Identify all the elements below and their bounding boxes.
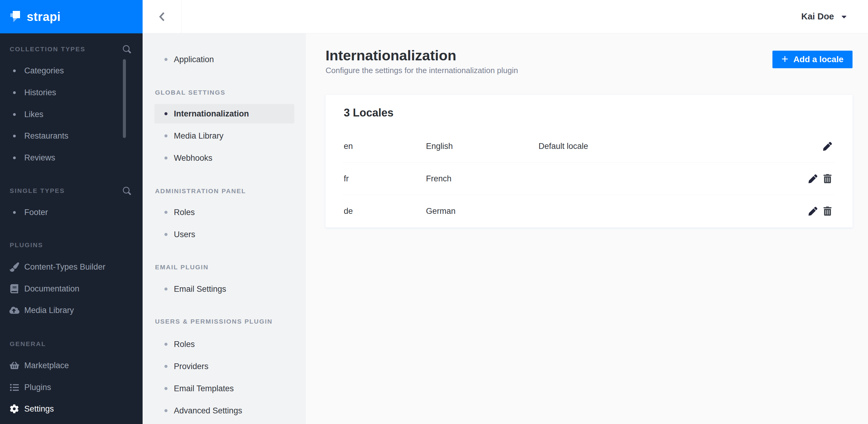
locale-name: English (426, 142, 538, 151)
locale-code: de (344, 206, 426, 216)
locales-card: 3 Locales en English Default locale fr F… (326, 95, 852, 227)
settings-item-admin-users[interactable]: Users (154, 225, 294, 244)
strapi-admin-app: strapi COLLECTION TYPES Categories Histo… (0, 0, 868, 424)
bullet-icon (9, 69, 20, 72)
settings-item-admin-roles[interactable]: Roles (154, 203, 294, 222)
strapi-logo-icon (9, 9, 23, 24)
plus-icon: + (781, 53, 788, 65)
locales-table: en English Default locale fr French (326, 130, 852, 227)
basket-icon (9, 361, 20, 370)
bullet-icon (9, 211, 20, 214)
sidebar-item-settings[interactable]: Settings (0, 398, 143, 420)
pencil-icon (809, 207, 817, 216)
sidebar-item-marketplace[interactable]: Marketplace (0, 355, 143, 377)
back-button[interactable] (143, 0, 182, 33)
main-content: Internationalization Configure the setti… (306, 33, 868, 424)
bullet-icon (164, 387, 167, 390)
list-icon (9, 383, 20, 392)
settings-header-users-permissions-plugin: USERS & PERMISSIONS PLUGIN (155, 317, 273, 326)
bullet-icon (164, 211, 167, 214)
bullet-icon (9, 113, 20, 116)
page-subtitle: Configure the settings for the internati… (326, 66, 518, 75)
sidebar-item-media-library[interactable]: Media Library (0, 299, 143, 321)
section-header-collection-types: COLLECTION TYPES (10, 44, 131, 54)
main-sidebar: strapi COLLECTION TYPES Categories Histo… (0, 0, 143, 424)
sidebar-item-categories[interactable]: Categories (0, 60, 143, 81)
delete-locale-button[interactable] (822, 173, 833, 184)
locale-row-de[interactable]: de German (326, 195, 852, 227)
sidebar-item-content-types-builder[interactable]: Content-Types Builder (0, 256, 143, 278)
settings-item-up-roles[interactable]: Roles (154, 334, 294, 354)
brand-name: strapi (27, 10, 61, 24)
settings-item-application[interactable]: Application (154, 50, 294, 69)
section-header-plugins: PLUGINS (10, 240, 131, 250)
add-locale-button[interactable]: + Add a locale (772, 51, 852, 68)
locale-row-fr[interactable]: fr French (326, 163, 852, 195)
sidebar-item-documentation[interactable]: Documentation (0, 278, 143, 300)
user-menu[interactable]: Kai Doe (801, 0, 847, 33)
sidebar-item-likes[interactable]: Likes (0, 103, 143, 125)
settings-item-email-templates[interactable]: Email Templates (154, 379, 294, 398)
bullet-icon (164, 409, 167, 412)
bullet-icon (164, 233, 167, 236)
topbar: Kai Doe (143, 0, 868, 33)
sidebar-item-restaurants[interactable]: Restaurants (0, 125, 143, 147)
page-title: Internationalization (326, 47, 518, 64)
settings-item-email-settings[interactable]: Email Settings (154, 279, 294, 299)
settings-header-email-plugin: EMAIL PLUGIN (155, 263, 209, 272)
locale-row-en[interactable]: en English Default locale (326, 130, 852, 162)
chevron-left-icon (158, 12, 166, 22)
locale-name: German (426, 206, 538, 216)
bullet-icon (164, 112, 167, 115)
locale-code: fr (344, 174, 426, 184)
sidebar-item-plugins[interactable]: Plugins (0, 377, 143, 398)
settings-sidebar: Application GLOBAL SETTINGS Internationa… (143, 33, 306, 424)
settings-header-global-settings: GLOBAL SETTINGS (155, 88, 225, 97)
caret-down-icon (841, 13, 847, 21)
edit-locale-button[interactable] (822, 141, 833, 151)
edit-locale-button[interactable] (808, 173, 818, 184)
section-header-single-types: SINGLE TYPES (10, 186, 131, 195)
bullet-icon (9, 157, 20, 159)
bullet-icon (164, 288, 167, 291)
bullet-icon (164, 157, 167, 160)
delete-locale-button[interactable] (822, 206, 833, 216)
sidebar-item-footer[interactable]: Footer (0, 201, 143, 223)
section-header-general: GENERAL (10, 339, 131, 349)
bullet-icon (164, 58, 167, 61)
bullet-icon (9, 91, 20, 94)
settings-item-webhooks[interactable]: Webhooks (154, 148, 294, 168)
sidebar-scrollbar-thumb[interactable] (123, 59, 126, 138)
user-name: Kai Doe (801, 11, 834, 22)
locales-card-title: 3 Locales (344, 106, 394, 119)
paintbrush-icon (9, 262, 20, 272)
bullet-icon (164, 134, 167, 137)
settings-item-internationalization[interactable]: Internationalization (154, 104, 294, 124)
book-icon (9, 284, 20, 293)
page-header: Internationalization Configure the setti… (326, 47, 518, 75)
bullet-icon (164, 365, 167, 368)
settings-item-advanced-settings[interactable]: Advanced Settings (154, 401, 294, 420)
settings-item-providers[interactable]: Providers (154, 357, 294, 376)
settings-header-administration-panel: ADMINISTRATION PANEL (155, 187, 246, 196)
pencil-icon (823, 142, 832, 151)
sidebar-item-histories[interactable]: Histories (0, 81, 143, 103)
locale-name: French (426, 174, 538, 184)
locale-code: en (344, 142, 426, 151)
trash-icon (824, 206, 832, 216)
bullet-icon (164, 343, 167, 346)
locale-default-badge: Default locale (538, 142, 852, 151)
search-icon[interactable] (123, 187, 131, 195)
strapi-logo[interactable]: strapi (0, 0, 143, 33)
bullet-icon (9, 135, 20, 137)
pencil-icon (809, 174, 817, 183)
trash-icon (824, 174, 832, 183)
search-icon[interactable] (123, 45, 131, 54)
cloud-upload-icon (9, 306, 20, 315)
gear-icon (9, 404, 20, 413)
edit-locale-button[interactable] (808, 206, 818, 216)
settings-item-media-library[interactable]: Media Library (154, 126, 294, 145)
sidebar-item-reviews[interactable]: Reviews (0, 147, 143, 169)
